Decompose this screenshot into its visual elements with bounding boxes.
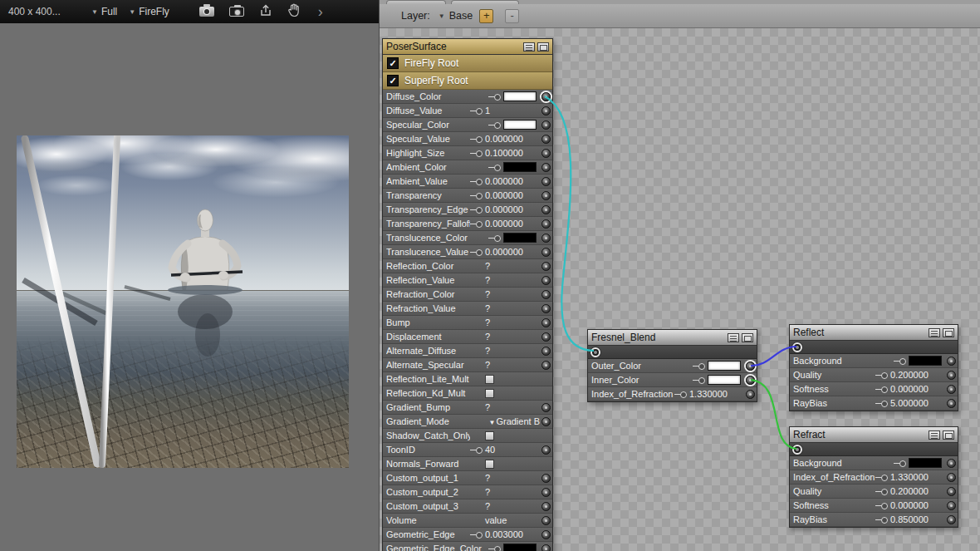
dial-icon[interactable]: [488, 93, 502, 101]
node-fresnel-blend[interactable]: Fresnel_Blend Outer_ColorInner_ColorInde…: [587, 329, 757, 402]
color-swatch[interactable]: [503, 91, 537, 101]
dial-icon[interactable]: [894, 357, 907, 365]
dial-icon[interactable]: [470, 178, 483, 185]
param-value[interactable]: 0.000000: [485, 247, 523, 257]
input-plug[interactable]: [541, 544, 551, 551]
dial-icon[interactable]: [488, 234, 502, 242]
output-plug[interactable]: [792, 342, 802, 352]
node-title-bar[interactable]: Reflect: [790, 325, 958, 341]
param-value[interactable]: 1.330000: [890, 472, 929, 482]
checkbox[interactable]: [485, 389, 494, 398]
input-plug[interactable]: [541, 177, 551, 186]
collapse-icon[interactable]: [537, 42, 549, 52]
param-value[interactable]: 0.850000: [890, 514, 929, 524]
input-plug[interactable]: [947, 473, 956, 482]
input-plug[interactable]: [541, 502, 551, 511]
dial-icon[interactable]: [470, 107, 483, 115]
menu-icon[interactable]: [929, 328, 940, 337]
input-plug[interactable]: [541, 92, 551, 101]
dial-icon[interactable]: [488, 164, 502, 171]
color-swatch[interactable]: [909, 458, 942, 468]
dial-icon[interactable]: [488, 121, 502, 129]
input-plug[interactable]: [947, 487, 956, 496]
input-plug[interactable]: [541, 445, 551, 455]
node-reflect[interactable]: Reflect BackgroundQuality0.200000Softnes…: [789, 324, 958, 411]
dropdown[interactable]: Gradient B: [488, 416, 540, 426]
input-plug[interactable]: [541, 234, 551, 243]
param-value[interactable]: 0.000000: [485, 204, 523, 214]
dial-icon[interactable]: [875, 400, 889, 407]
param-value[interactable]: value: [485, 515, 507, 525]
color-swatch[interactable]: [503, 162, 537, 172]
input-plug[interactable]: [947, 501, 956, 510]
camera-alt-icon[interactable]: [229, 7, 244, 17]
param-value[interactable]: 0.200000: [890, 486, 929, 496]
input-plug[interactable]: [541, 205, 551, 214]
color-swatch[interactable]: [708, 361, 741, 371]
input-plug[interactable]: [541, 318, 551, 327]
menu-icon[interactable]: [728, 333, 739, 342]
input-plug[interactable]: [541, 530, 551, 539]
input-plug[interactable]: [541, 347, 551, 356]
input-plug[interactable]: [541, 276, 551, 285]
output-plug[interactable]: [792, 445, 802, 455]
input-plug[interactable]: [541, 163, 551, 172]
input-plug[interactable]: [541, 121, 551, 130]
input-plug[interactable]: [947, 371, 956, 380]
dial-icon[interactable]: [470, 220, 483, 228]
input-plug[interactable]: [746, 390, 755, 399]
input-plug[interactable]: [541, 290, 551, 299]
param-value[interactable]: 0.100000: [485, 148, 523, 158]
color-swatch[interactable]: [503, 544, 537, 551]
checkbox[interactable]: ✓: [387, 75, 399, 86]
param-value[interactable]: 0.200000: [890, 370, 929, 380]
renderer-dropdown[interactable]: FireFly: [129, 6, 169, 17]
input-plug[interactable]: [746, 362, 755, 371]
dial-icon[interactable]: [875, 386, 889, 393]
input-plug[interactable]: [541, 516, 551, 525]
input-plug[interactable]: [541, 149, 551, 158]
param-value[interactable]: 0.000000: [485, 219, 523, 229]
dial-icon[interactable]: [875, 502, 889, 509]
hand-icon[interactable]: [287, 3, 300, 20]
dial-icon[interactable]: [875, 488, 889, 495]
param-value[interactable]: 0.000000: [485, 176, 523, 186]
export-icon[interactable]: [259, 4, 272, 20]
dial-icon[interactable]: [488, 545, 502, 551]
node-title-bar[interactable]: Fresnel_Blend: [588, 330, 757, 346]
input-plug[interactable]: [541, 417, 551, 426]
menu-icon[interactable]: [523, 42, 535, 52]
checkbox[interactable]: [485, 375, 494, 384]
node-canvas[interactable]: PoserSurface ✓FireFly Root✓SuperFly Root…: [380, 28, 980, 551]
dial-icon[interactable]: [470, 248, 483, 256]
color-swatch[interactable]: [503, 120, 537, 130]
input-plug[interactable]: [541, 474, 551, 483]
dial-icon[interactable]: [693, 376, 706, 384]
input-plug[interactable]: [541, 332, 551, 342]
node-refract[interactable]: Refract BackgroundIndex_of_Refraction1.3…: [789, 426, 958, 528]
color-swatch[interactable]: [708, 375, 741, 385]
input-plug[interactable]: [947, 385, 956, 394]
render-resolution[interactable]: 400 x 400...: [8, 6, 80, 17]
dial-icon[interactable]: [894, 460, 907, 467]
node-title-bar[interactable]: PoserSurface: [383, 39, 552, 55]
dial-icon[interactable]: [875, 371, 889, 379]
menu-icon[interactable]: [929, 430, 940, 440]
input-plug[interactable]: [541, 219, 551, 229]
input-plug[interactable]: [947, 459, 956, 468]
collapse-icon[interactable]: [943, 328, 954, 337]
input-plug[interactable]: [541, 248, 551, 257]
input-plug[interactable]: [541, 304, 551, 313]
input-plug[interactable]: [541, 191, 551, 200]
collapse-icon[interactable]: [742, 333, 753, 342]
checkbox[interactable]: ✓: [387, 57, 399, 69]
node-posersurface[interactable]: PoserSurface ✓FireFly Root✓SuperFly Root…: [382, 38, 553, 551]
dial-icon[interactable]: [470, 446, 483, 454]
camera-icon[interactable]: [199, 7, 214, 17]
input-plug[interactable]: [746, 376, 755, 385]
param-value[interactable]: 0.003000: [485, 529, 523, 539]
dial-icon[interactable]: [470, 135, 483, 143]
param-value[interactable]: 0.000000: [890, 500, 929, 510]
input-plug[interactable]: [541, 488, 551, 497]
preview-mode-dropdown[interactable]: Full: [91, 6, 117, 17]
